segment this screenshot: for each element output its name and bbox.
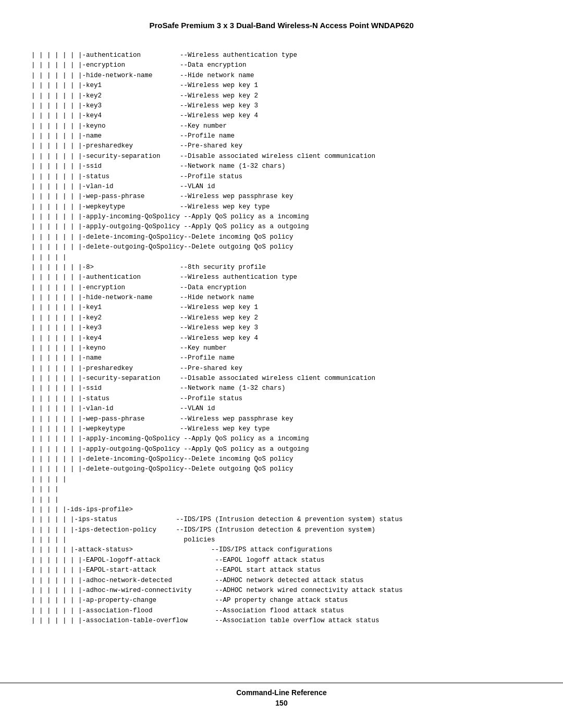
page-header: ProSafe Premium 3 x 3 Dual-Band Wireless…: [31, 21, 532, 30]
footer-page-number: 150: [0, 699, 563, 707]
page-container: ProSafe Premium 3 x 3 Dual-Band Wireless…: [0, 0, 563, 728]
page-footer: Command-Line Reference 150: [0, 683, 563, 707]
content-area: | | | | | | |-authentication --Wireless …: [31, 51, 532, 626]
header-title: ProSafe Premium 3 x 3 Dual-Band Wireless…: [150, 21, 414, 30]
footer-label: Command-Line Reference: [0, 688, 563, 697]
